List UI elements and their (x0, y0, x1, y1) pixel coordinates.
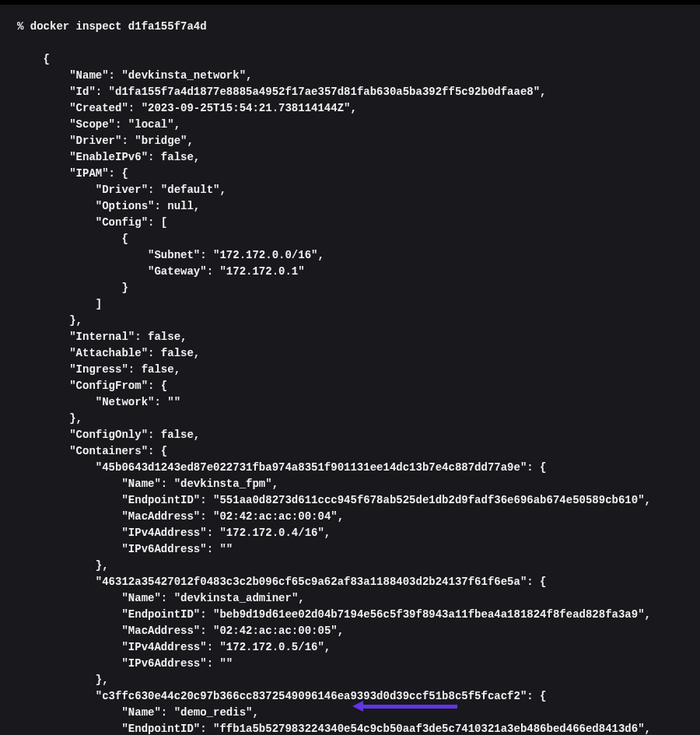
json-value: devkinsta_adminer (180, 592, 292, 604)
json-value: false (161, 429, 194, 441)
json-value: false (148, 331, 180, 343)
highlight-arrow-icon (352, 702, 457, 711)
json-value: local (135, 118, 167, 131)
prompt: % (17, 20, 30, 33)
json-value: 172.172.0.1 (226, 265, 298, 278)
json-value: devkinsta_network (128, 69, 240, 82)
container-key: c3ffc630e44c20c97b366cc8372549096146ea93… (102, 690, 520, 702)
terminal-output[interactable]: % docker inspect d1fa155f7a4d { "Name": … (0, 5, 700, 735)
json-value: false (142, 363, 174, 376)
json-value: 2023-09-25T15:54:21.738114144Z (148, 102, 344, 114)
json-value: false (161, 347, 194, 359)
json-value: 172.172.0.5/16 (226, 641, 318, 653)
json-value: 02:42:ac:ac:00:05 (219, 625, 331, 637)
json-value: default (167, 184, 213, 196)
json-value: ffb1a5b527983224340e54c9cb50aaf3de5c7410… (219, 723, 638, 735)
json-value: false (161, 151, 194, 163)
json-value: devkinsta_fpm (180, 478, 265, 490)
json-value: bridge (142, 135, 180, 147)
container-key: 45b0643d1243ed87e022731fba974a8351f90113… (102, 461, 520, 474)
json-value: demo_redis (180, 706, 246, 719)
command-text: docker inspect d1fa155f7a4d (30, 20, 207, 33)
json-value: d1fa155f7a4d1877e8885a4952f17ae357d81fab… (115, 86, 534, 98)
json-value: beb9d19d61ee02d04b7194e56c5f39f8943a11fb… (219, 608, 638, 621)
json-value: 551aa0d8273d611ccc945f678ab525de1db2d9fa… (219, 494, 638, 506)
json-value: null (167, 200, 194, 212)
container-key: 46312a35427012f0483c3c2b096cf65c9a62af83… (102, 576, 520, 588)
json-value: 172.172.0.0/16 (219, 249, 311, 261)
json-value: 172.172.0.4/16 (226, 527, 318, 539)
json-value: 02:42:ac:ac:00:04 (219, 510, 331, 523)
